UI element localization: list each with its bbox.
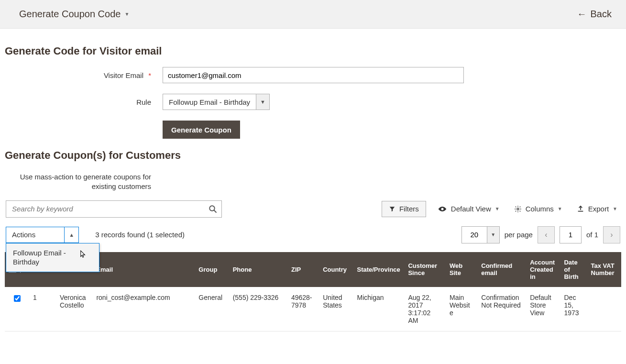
cell-tax-vat xyxy=(587,287,621,331)
page-size-input[interactable] xyxy=(461,226,487,243)
column-header-group[interactable]: Group xyxy=(195,252,229,287)
rule-label: Rule xyxy=(5,98,163,106)
customers-section-heading: Generate Coupon(s) for Customers xyxy=(5,149,621,162)
default-view-button[interactable]: Default View ▼ xyxy=(435,201,503,217)
export-button[interactable]: Export ▼ xyxy=(574,201,620,217)
columns-button[interactable]: Columns ▼ xyxy=(511,201,565,217)
back-button[interactable]: ← Back xyxy=(577,9,612,20)
export-icon xyxy=(577,205,584,213)
svg-line-1 xyxy=(214,210,216,212)
chevron-left-icon: ‹ xyxy=(545,231,547,239)
page-title-dropdown[interactable]: Generate Coupon Code ▼ xyxy=(19,9,129,20)
column-header-state[interactable]: State/Province xyxy=(353,252,404,287)
cell-customer-since: Aug 22, 2017 3:17:02 AM xyxy=(404,287,446,331)
row-checkbox[interactable] xyxy=(14,295,21,302)
caret-down-icon[interactable]: ▼ xyxy=(487,226,500,243)
cell-confirmed: Confirmation Not Required xyxy=(477,287,526,331)
caret-down-icon: ▼ xyxy=(558,206,562,211)
column-header-dob[interactable]: Date of Birth xyxy=(560,252,587,287)
arrow-left-icon: ← xyxy=(577,9,587,20)
cell-created-in: Default Store View xyxy=(526,287,560,331)
column-header-tax-vat[interactable]: Tax VAT Number xyxy=(587,252,621,287)
svg-point-2 xyxy=(517,208,519,210)
cell-phone: (555) 229-3326 xyxy=(229,287,287,331)
caret-down-icon: ▼ xyxy=(124,11,129,17)
column-header-zip[interactable]: ZIP xyxy=(287,252,319,287)
column-header-customer-since[interactable]: Customer Since xyxy=(404,252,446,287)
eye-icon xyxy=(438,206,447,212)
cell-dob: Dec 15, 1973 xyxy=(560,287,587,331)
visitor-section-heading: Generate Code for Visitor email xyxy=(5,45,621,57)
chevron-right-icon: › xyxy=(610,231,613,239)
records-found-text: 3 records found (1 selected) xyxy=(95,231,185,239)
actions-label: Actions xyxy=(6,227,64,243)
filter-icon xyxy=(389,206,395,212)
columns-label: Columns xyxy=(526,205,554,213)
column-header-confirmed[interactable]: Confirmed email xyxy=(477,252,526,287)
rule-select[interactable]: Followup Email - Birthday ▼ xyxy=(163,94,270,110)
search-input[interactable] xyxy=(6,200,222,218)
table-row[interactable]: 1 Veronica Costello roni_cost@example.co… xyxy=(5,287,621,331)
required-asterisk-icon: * xyxy=(148,71,151,79)
cell-email: roni_cost@example.com xyxy=(92,287,195,331)
visitor-email-label-text: Visitor Email xyxy=(104,71,143,79)
search-icon[interactable] xyxy=(209,205,217,213)
of-pages-label: of 1 xyxy=(586,231,598,239)
back-label: Back xyxy=(591,9,612,20)
next-page-button[interactable]: › xyxy=(603,226,620,243)
column-header-website[interactable]: Web Site xyxy=(446,252,477,287)
cell-id: 1 xyxy=(29,287,56,331)
column-header-phone[interactable]: Phone xyxy=(229,252,287,287)
visitor-email-label: Visitor Email * xyxy=(5,71,163,79)
rule-select-value: Followup Email - Birthday xyxy=(163,94,256,110)
page-number-input[interactable] xyxy=(560,226,582,243)
caret-down-icon: ▼ xyxy=(256,94,270,110)
caret-up-icon: ▲ xyxy=(64,227,78,243)
filters-label: Filters xyxy=(399,205,419,213)
filters-button[interactable]: Filters xyxy=(382,201,426,217)
generate-coupon-button[interactable]: Generate Coupon xyxy=(163,121,240,139)
gear-icon xyxy=(514,205,522,213)
prev-page-button[interactable]: ‹ xyxy=(538,226,555,243)
page-title: Generate Coupon Code xyxy=(19,9,121,20)
export-label: Export xyxy=(588,205,609,213)
visitor-email-input[interactable] xyxy=(163,67,464,83)
cell-name: Veronica Costello xyxy=(56,287,92,331)
svg-point-0 xyxy=(209,206,215,211)
column-header-created-in[interactable]: Account Created in xyxy=(526,252,560,287)
cell-group: General xyxy=(195,287,229,331)
cell-website: Main Website xyxy=(446,287,477,331)
column-header-country[interactable]: Country xyxy=(319,252,353,287)
actions-menu: Followup Email - Birthday xyxy=(6,243,99,272)
actions-dropdown[interactable]: Actions ▲ xyxy=(6,227,79,243)
cell-country: United States xyxy=(319,287,353,331)
caret-down-icon: ▼ xyxy=(613,206,617,211)
column-header-email[interactable]: Email xyxy=(92,252,195,287)
actions-menu-item-followup-birthday[interactable]: Followup Email - Birthday xyxy=(6,243,99,272)
caret-down-icon: ▼ xyxy=(495,206,500,211)
cell-zip: 49628-7978 xyxy=(287,287,319,331)
mass-action-hint: Use mass-action to generate coupons for … xyxy=(5,172,163,192)
per-page-label: per page xyxy=(505,231,533,239)
cell-state: Michigan xyxy=(353,287,404,331)
default-view-label: Default View xyxy=(451,205,491,213)
